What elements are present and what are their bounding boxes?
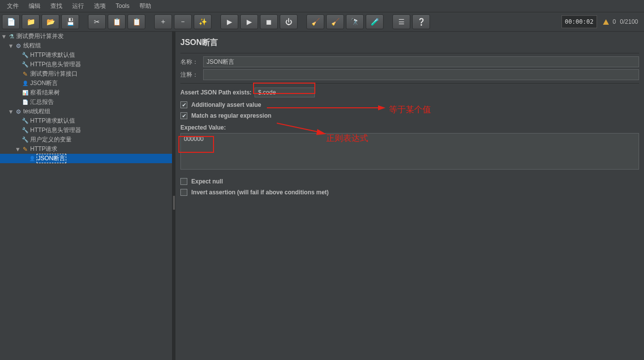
tree-node[interactable]: HTTP信息头管理器 <box>0 60 172 69</box>
warn-count: 0 <box>613 18 616 25</box>
shutdown-button[interactable]: ⏻ <box>280 14 298 29</box>
expander-icon[interactable]: ▼ <box>15 146 21 153</box>
invert-label: Invert assertion (will fail if above con… <box>191 189 329 196</box>
panel-title: JSON断言 <box>180 38 639 48</box>
tree-node-label: HTTP请求默认值 <box>30 117 76 125</box>
copy-button[interactable]: 📋 <box>108 14 126 29</box>
wrench-icon <box>21 136 30 144</box>
cut-button[interactable]: ✂ <box>88 14 106 29</box>
regex-checkbox[interactable] <box>180 112 187 119</box>
tree-node[interactable]: HTTP请求默认值 <box>0 116 172 126</box>
tree-node[interactable]: 测试费用计算接口 <box>0 69 172 79</box>
menu-bar: 文件编辑查找运行选项Tools帮助 <box>0 0 644 12</box>
expected-label: Expected Value: <box>180 124 636 131</box>
tree-node-label: JSON断言 <box>37 154 66 163</box>
tree-node[interactable]: HTTP信息头管理器 <box>0 126 172 135</box>
name-input[interactable] <box>203 56 639 67</box>
assert-path-label: Assert JSON Path exists: <box>180 89 252 96</box>
status-area: 00/2100 <box>599 18 642 25</box>
wrench-icon <box>21 117 30 125</box>
tree-node-label: HTTP请求默认值 <box>30 51 76 59</box>
comment-input[interactable] <box>203 69 639 80</box>
tree-node-label: HTTP请求 <box>30 145 58 153</box>
gear-icon <box>14 42 23 50</box>
function-button[interactable]: 🧪 <box>366 14 384 29</box>
gear-icon <box>14 108 23 116</box>
minus-button[interactable]: － <box>174 14 192 29</box>
new-button[interactable]: 📄 <box>2 14 20 29</box>
person-icon <box>21 80 30 88</box>
invert-checkbox[interactable] <box>180 189 187 196</box>
menu-文件[interactable]: 文件 <box>2 1 24 11</box>
tree-node-label: 测试费用计算接口 <box>30 70 78 78</box>
templates-button[interactable]: 📁 <box>22 14 40 29</box>
menu-tools[interactable]: Tools <box>111 1 134 10</box>
tree-node[interactable]: 用户定义的变量 <box>0 135 172 144</box>
tree-node[interactable]: ▼线程组 <box>0 41 172 50</box>
tree-node-label: HTTP信息头管理器 <box>30 126 82 135</box>
expander-icon[interactable]: ▼ <box>8 43 14 49</box>
stop-button[interactable]: ◼ <box>260 14 278 29</box>
flask-icon <box>7 33 16 41</box>
plus-button[interactable]: ＋ <box>154 14 172 29</box>
help-button[interactable]: ❔ <box>412 14 430 29</box>
open-button[interactable]: 📂 <box>42 14 59 29</box>
pencil-icon <box>21 70 30 78</box>
paste-button[interactable]: 📋 <box>128 14 145 29</box>
start-no-pause-button[interactable]: ▶ <box>240 14 258 29</box>
tree-node-label: 用户定义的变量 <box>30 135 72 144</box>
tree-node-label: 线程组 <box>23 42 42 50</box>
additionally-assert-label: Additionally assert value <box>191 101 261 108</box>
wand-button[interactable]: ✨ <box>194 14 212 29</box>
warning-icon <box>603 19 609 25</box>
expect-null-label: Expect null <box>191 178 223 185</box>
tree-node[interactable]: HTTP请求默认值 <box>0 50 172 60</box>
clear-all-button[interactable]: 🧹 <box>326 14 344 29</box>
timer-display: 00:00:02 <box>561 15 597 28</box>
tree-node[interactable]: ▼测试费用计算并发 <box>0 32 172 41</box>
menu-选项[interactable]: 选项 <box>89 1 111 11</box>
pencil-icon <box>21 145 30 153</box>
tree-node[interactable]: JSON断言 <box>0 154 172 163</box>
name-label: 名称： <box>180 58 203 66</box>
menu-运行[interactable]: 运行 <box>67 1 89 11</box>
test-plan-tree[interactable]: ▼测试费用计算并发▼线程组HTTP请求默认值HTTP信息头管理器测试费用计算接口… <box>0 32 172 360</box>
tree-node-label: 察看结果树 <box>30 89 60 97</box>
assert-path-input[interactable] <box>255 88 315 97</box>
menu-编辑[interactable]: 编辑 <box>24 1 45 11</box>
toolbar: 📄📁📂💾✂📋📋＋－✨▶▶◼⏻🧹🧹🔭🧪☰❔00:00:0200/2100 <box>0 12 644 32</box>
person-icon <box>28 155 37 163</box>
save-button[interactable]: 💾 <box>61 14 79 29</box>
chart-icon <box>21 89 30 97</box>
doc-icon <box>21 98 30 106</box>
regex-label: Match as regular expression <box>191 112 271 119</box>
start-button[interactable]: ▶ <box>220 14 238 29</box>
expect-null-checkbox[interactable] <box>180 178 187 185</box>
tree-node[interactable]: 察看结果树 <box>0 88 172 97</box>
expander-icon[interactable]: ▼ <box>8 108 14 115</box>
tree-node[interactable]: ▼test线程组 <box>0 107 172 116</box>
toggle-log-button[interactable]: ☰ <box>392 14 410 29</box>
expected-value-input[interactable] <box>180 133 639 170</box>
tree-node-label: 汇总报告 <box>30 98 54 106</box>
tree-node-label: HTTP信息头管理器 <box>30 60 82 69</box>
tree-node[interactable]: JSON断言 <box>0 79 172 88</box>
comment-label: 注释： <box>180 71 203 79</box>
tree-node-label: JSON断言 <box>30 79 58 88</box>
assertion-panel: JSON断言 名称： 注释： Assert JSON Path exists: … <box>175 32 644 360</box>
menu-帮助[interactable]: 帮助 <box>134 1 156 11</box>
splitter[interactable] <box>172 32 175 360</box>
tree-node[interactable]: 汇总报告 <box>0 97 172 107</box>
wrench-icon <box>21 61 30 69</box>
tree-node-label: test线程组 <box>23 107 51 116</box>
wrench-icon <box>21 127 30 135</box>
clear-button[interactable]: 🧹 <box>306 14 324 29</box>
expander-icon[interactable]: ▼ <box>1 33 7 40</box>
menu-查找[interactable]: 查找 <box>45 1 67 11</box>
tree-node[interactable]: ▼HTTP请求 <box>0 144 172 154</box>
search-button[interactable]: 🔭 <box>346 14 364 29</box>
wrench-icon <box>21 51 30 59</box>
tree-node-label: 测试费用计算并发 <box>16 32 64 41</box>
additionally-assert-checkbox[interactable] <box>180 101 187 108</box>
thread-counter: 0/2100 <box>620 18 638 25</box>
